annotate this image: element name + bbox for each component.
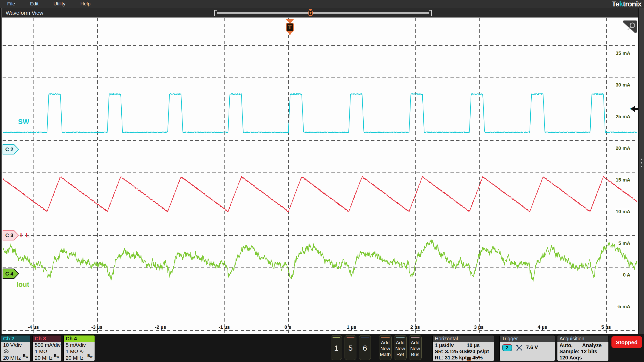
resolution: 320 ps/pt bbox=[467, 349, 489, 355]
y-axis-tick-label: 5 mA bbox=[618, 240, 631, 247]
trigger-level-arrow[interactable] bbox=[630, 105, 638, 113]
acq-sample: Sample: 12 bits bbox=[559, 349, 597, 355]
horizontal-title: Horizontal bbox=[433, 335, 494, 342]
add-new-math-button[interactable]: AddNewMath bbox=[379, 335, 392, 360]
svg-text:T: T bbox=[288, 24, 292, 31]
ch4-scale: 5 mA/div bbox=[66, 342, 95, 348]
bandwidth-limit-icon: BW bbox=[54, 352, 59, 360]
y-axis-tick-label: 10 mA bbox=[615, 208, 631, 215]
x-axis-tick-label: 3 µs bbox=[467, 324, 490, 331]
x-axis-tick-label: 2 µs bbox=[404, 324, 427, 331]
trigger-level: 7.6 V bbox=[526, 344, 538, 350]
bandwidth-limit-icon: BW bbox=[87, 352, 93, 360]
edge-trigger-icon bbox=[516, 344, 523, 351]
channel-marker-c4[interactable]: C 4 bbox=[3, 269, 19, 279]
y-axis-tick-label: 20 mA bbox=[615, 145, 631, 152]
ch4-name: Ch 4 bbox=[64, 335, 95, 342]
menu-file[interactable]: File bbox=[7, 1, 15, 7]
ch3-scale: 500 mA/div bbox=[35, 342, 61, 348]
tektronix-logo: Tektronix bbox=[612, 0, 641, 8]
horizontal-panel[interactable]: Horizontal 1 µs/div 10 µs SR: 3.125 GS/s… bbox=[432, 335, 494, 361]
horizontal-scale: 1 µs/div bbox=[435, 342, 454, 348]
trigger-panel[interactable]: Trigger 2 7.6 V bbox=[499, 335, 555, 361]
ch4-badge[interactable]: Ch 4 5 mA/div 1 MΩ ∿ 20 MHz BW bbox=[63, 335, 95, 361]
measurement-slot-1[interactable]: 1 bbox=[331, 335, 342, 360]
trigger-marker[interactable]: T bbox=[283, 18, 297, 42]
svg-text:T: T bbox=[310, 11, 312, 15]
graticule-area[interactable]: C 2 C 3 C 4 SW I_L Iout T bbox=[2, 18, 638, 334]
ch2-badge[interactable]: Ch 2 10 V/div 20 MHz BW bbox=[1, 335, 30, 361]
settings-bar: Ch 2 10 V/div 20 MHz BW Ch 3 500 mA/div … bbox=[0, 334, 644, 362]
y-axis-tick-label: 15 mA bbox=[615, 177, 631, 183]
menu-help[interactable]: Help bbox=[80, 1, 90, 7]
y-axis-tick-label: -5 mA bbox=[616, 303, 631, 310]
y-axis-tick-label: 0 A bbox=[622, 272, 631, 278]
waveform-view-title: Waveform View bbox=[6, 8, 43, 18]
separator bbox=[376, 336, 376, 359]
x-axis-tick-label: -1 µs bbox=[213, 324, 236, 331]
menu-bar: File Edit Utility Help Tektronix bbox=[0, 0, 644, 8]
menu-edit[interactable]: Edit bbox=[30, 1, 39, 7]
measurement-slot-6[interactable]: 6 bbox=[359, 335, 371, 360]
channel-marker-c2[interactable]: C 2 bbox=[3, 144, 19, 154]
y-axis-tick-label: 30 mA bbox=[615, 82, 631, 88]
trigger-position: T45% bbox=[467, 355, 483, 361]
horizontal-duration: 10 µs bbox=[467, 342, 480, 348]
x-axis-tick-label: 5 µs bbox=[595, 324, 618, 331]
ch2-scale: 10 V/div bbox=[3, 342, 30, 348]
trigger-source-badge: 2 bbox=[502, 344, 512, 351]
add-new-ref-button[interactable]: AddNewRef bbox=[394, 335, 407, 360]
x-axis-tick-label: -3 µs bbox=[85, 324, 108, 331]
channel-marker-c3[interactable]: C 3 bbox=[3, 230, 19, 240]
y-axis-tick-label: 25 mA bbox=[615, 113, 631, 120]
record-length: RL: 31.25 kpts bbox=[435, 355, 470, 361]
label-iout: Iout bbox=[16, 281, 29, 289]
horizontal-position-bar[interactable]: T bbox=[212, 8, 434, 18]
label-il: I_L bbox=[20, 231, 30, 239]
oscilloscope-screen: File Edit Utility Help Tektronix Wavefor… bbox=[0, 0, 644, 362]
waveform-view-window: Waveform View T C 2 bbox=[2, 8, 638, 334]
trigger-flag-icon: T bbox=[467, 357, 471, 361]
ch3-name: Ch 3 bbox=[33, 335, 61, 342]
bandwidth-limit-icon: BW bbox=[23, 352, 28, 360]
y-axis-tick-label: 35 mA bbox=[615, 50, 631, 57]
acquisition-panel[interactable]: Acquisition Auto, Analyze Sample: 12 bit… bbox=[557, 335, 609, 361]
acq-mode: Auto, bbox=[559, 342, 573, 348]
stopped-button[interactable]: Stopped bbox=[611, 336, 642, 348]
x-axis-tick-label: 0 s bbox=[276, 324, 299, 331]
add-new-bus-button[interactable]: AddNewBus bbox=[409, 335, 422, 360]
zoom-corner-button[interactable] bbox=[623, 20, 638, 35]
acq-count: 120 Acqs bbox=[559, 355, 582, 361]
x-axis-tick-label: 4 µs bbox=[531, 324, 554, 331]
ch3-badge[interactable]: Ch 3 500 mA/div 1 MΩ 20 MHz BW bbox=[32, 335, 61, 361]
trigger-position-mini-marker: T bbox=[308, 9, 313, 15]
menu-utility[interactable]: Utility bbox=[53, 1, 65, 7]
waveform-canvas bbox=[2, 18, 638, 334]
sample-rate: SR: 3.125 GS/s bbox=[435, 349, 471, 355]
side-menu-strip[interactable] bbox=[639, 8, 644, 334]
trigger-title: Trigger bbox=[500, 335, 555, 342]
measurement-slot-5[interactable]: 5 bbox=[345, 335, 356, 360]
label-sw: SW bbox=[18, 118, 29, 126]
waveform-view-titlebar: Waveform View T bbox=[2, 8, 638, 18]
x-axis-tick-label: 1 µs bbox=[340, 324, 363, 331]
x-axis-tick-label: -4 µs bbox=[22, 324, 45, 331]
ch2-name: Ch 2 bbox=[1, 335, 30, 342]
ac-coupling-icon: ∿ bbox=[80, 349, 84, 354]
x-axis-tick-label: -2 µs bbox=[149, 324, 172, 331]
acquisition-title: Acquisition bbox=[557, 335, 608, 342]
acq-analyze: Analyze bbox=[582, 342, 602, 348]
